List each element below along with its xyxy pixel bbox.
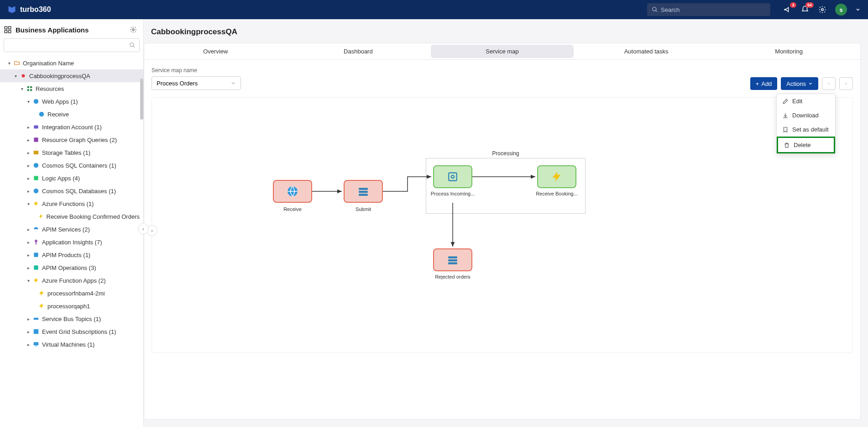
tree-webapps[interactable]: ▾ Web Apps (1) (0, 95, 143, 108)
settings-icon[interactable] (818, 5, 827, 14)
tree-receive[interactable]: Receive (0, 108, 143, 121)
tab-overview[interactable]: Overview (144, 43, 287, 59)
svg-rect-37 (448, 259, 457, 261)
ops-icon (33, 264, 39, 271)
refresh-icon (845, 80, 847, 87)
sidebar-search-input[interactable] (8, 42, 129, 49)
node-rejected-label: Rejected orders (430, 274, 476, 279)
chevron-right-icon: ▸ (26, 176, 31, 181)
svg-rect-26 (34, 318, 39, 320)
svg-line-9 (133, 46, 135, 47)
global-search[interactable]: Search (647, 3, 770, 16)
svg-point-16 (39, 112, 44, 117)
tree-apimprod[interactable]: ▸ APIM Products (1) (0, 248, 143, 261)
tab-service-map[interactable]: Service map (431, 45, 574, 58)
svg-rect-34 (449, 173, 456, 180)
apps-icon (4, 26, 12, 34)
queue-icon (447, 254, 459, 266)
user-chevron-icon[interactable] (855, 5, 861, 14)
add-button[interactable]: + Add (750, 77, 778, 90)
sidebar-search[interactable] (4, 38, 140, 52)
tree-apimsvc[interactable]: ▸ APIM Services (2) (0, 223, 143, 236)
user-avatar[interactable]: s (835, 4, 847, 16)
app-header: turbo360 Search 3 54 s (0, 0, 868, 19)
svg-rect-24 (34, 253, 38, 257)
tab-dashboard[interactable]: Dashboard (287, 43, 430, 59)
tree-appins[interactable]: ▸ Application Insights (7) (0, 236, 143, 248)
svg-rect-18 (34, 137, 38, 142)
service-map-canvas[interactable]: › Processing Receive Submit Process Inco… (152, 97, 853, 353)
tree-org[interactable]: ▾ Organisation Name (0, 57, 143, 69)
tree-storage[interactable]: ▸ Storage Tables (1) (0, 146, 143, 159)
chevron-right-icon: ▸ (26, 150, 31, 155)
tree-resources[interactable]: ▾ Resources (0, 82, 143, 95)
tree-egs[interactable]: ▸ Event Grid Subscriptions (1) (0, 325, 143, 338)
announcement-icon[interactable]: 3 (783, 5, 792, 14)
search-icon (652, 6, 658, 13)
node-receive-booking[interactable] (537, 165, 576, 188)
chevron-right-icon: ▸ (26, 316, 31, 322)
tree-rgq[interactable]: ▸ Resource Graph Queries (2) (0, 133, 143, 146)
tab-automated-tasks[interactable]: Automated tasks (575, 43, 718, 59)
globe-icon (287, 185, 298, 197)
content-panel: Service map name Process Orders + Add Ac… (144, 59, 861, 420)
dropdown-default[interactable]: Set as default (777, 122, 835, 137)
dropdown-download[interactable]: Download (777, 108, 835, 122)
function-icon (33, 277, 39, 284)
fullscreen-button[interactable] (822, 77, 836, 90)
svg-point-15 (34, 99, 39, 104)
actions-button[interactable]: Actions (781, 77, 818, 90)
map-select[interactable]: Process Orders (152, 76, 241, 90)
chevron-down-icon: ▾ (26, 99, 31, 104)
tree-app-selected[interactable]: ▾ CabbookingprocessQA (0, 69, 143, 82)
tree-proc1[interactable]: processorfnbam4-2mi (0, 287, 143, 300)
svg-point-2 (821, 9, 824, 11)
tree-integration[interactable]: ▸ Integration Account (1) (0, 121, 143, 133)
tree: ▾ Organisation Name ▾ CabbookingprocessQ… (0, 57, 143, 427)
map-select-label: Service map name (152, 67, 241, 74)
sidebar-collapse-button[interactable]: ‹ (138, 223, 149, 234)
svg-rect-28 (34, 342, 39, 345)
sidebar-gear-icon[interactable] (130, 26, 137, 33)
svg-point-10 (22, 74, 25, 78)
tree-vms[interactable]: ▸ Virtual Machines (1) (0, 338, 143, 351)
brand-text: turbo360 (20, 5, 51, 14)
tree-cosmosdb[interactable]: ▸ Cosmos SQL Databases (1) (0, 185, 143, 197)
notification-icon[interactable]: 54 (800, 5, 810, 14)
tab-monitoring[interactable]: Monitoring (717, 43, 860, 59)
tree-proc2[interactable]: processorqaph1 (0, 300, 143, 312)
svg-rect-29 (35, 346, 37, 347)
node-rejected[interactable] (433, 248, 472, 271)
node-submit[interactable] (344, 180, 383, 203)
trash-icon (784, 142, 790, 148)
svg-point-0 (653, 7, 656, 11)
node-booking-label: Receive Booking... (534, 191, 580, 196)
refresh-button[interactable] (839, 77, 853, 90)
search-icon (129, 42, 136, 48)
svg-point-20 (34, 163, 39, 168)
tree-azfnapps[interactable]: ▾ Azure Function Apps (2) (0, 274, 143, 287)
svg-rect-23 (36, 242, 37, 245)
svg-rect-5 (5, 31, 7, 33)
svg-rect-6 (9, 31, 11, 33)
svg-rect-32 (359, 191, 368, 193)
node-process-incoming[interactable] (433, 165, 472, 188)
dropdown-edit[interactable]: Edit (777, 94, 835, 108)
tree-logicapps[interactable]: ▸ Logic Apps (4) (0, 172, 143, 185)
node-receive[interactable] (273, 180, 312, 203)
status-dot-icon (20, 73, 26, 79)
dropdown-delete[interactable]: Delete (777, 137, 835, 153)
eventgrid-icon (33, 328, 39, 335)
page-title: CabbookingprocessQA (144, 19, 868, 43)
tree-azfn[interactable]: ▾ Azure Functions (1) (0, 197, 143, 210)
chevron-down-icon: ▾ (13, 74, 18, 79)
tree-apimops[interactable]: ▸ APIM Operations (3) (0, 261, 143, 274)
chevron-right-icon: ▸ (26, 240, 31, 245)
svg-rect-4 (9, 26, 11, 29)
chevron-right-icon: ▸ (26, 163, 31, 168)
tree-sbtopics[interactable]: ▸ Service Bus Topics (1) (0, 312, 143, 325)
cosmos-icon (33, 162, 39, 169)
scrollbar[interactable] (140, 79, 143, 120)
tree-rbco[interactable]: Receive Booking Confirmed Orders (0, 210, 143, 223)
tree-cosmoscon[interactable]: ▸ Cosmos SQL Containers (1) (0, 159, 143, 172)
